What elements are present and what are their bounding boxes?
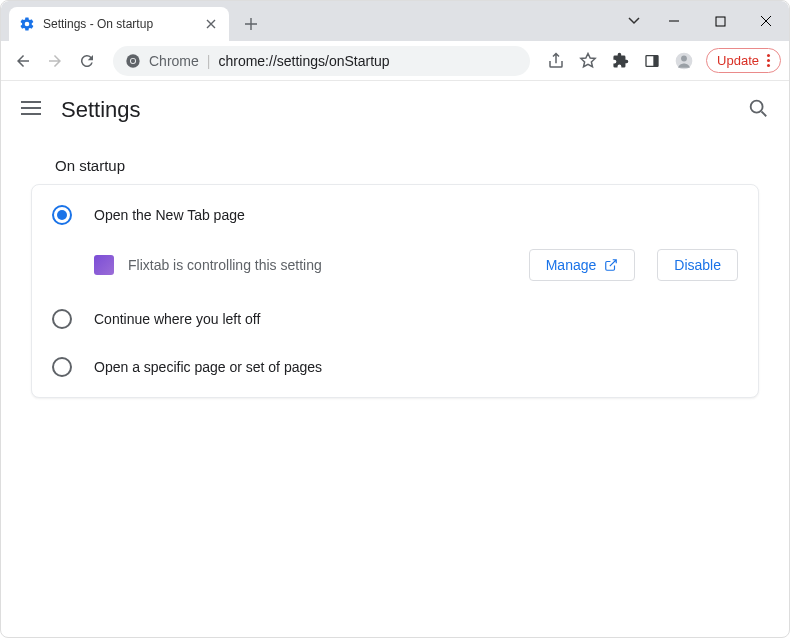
svg-rect-5: [653, 55, 658, 66]
minimize-button[interactable]: [651, 1, 697, 41]
close-window-button[interactable]: [743, 1, 789, 41]
share-icon[interactable]: [542, 47, 570, 75]
update-button[interactable]: Update: [706, 48, 781, 73]
radio-label: Continue where you left off: [94, 311, 260, 327]
svg-point-8: [751, 101, 763, 113]
radio-unselected-icon: [52, 357, 72, 377]
forward-button[interactable]: [41, 47, 69, 75]
gear-icon: [19, 16, 35, 32]
radio-unselected-icon: [52, 309, 72, 329]
reload-button[interactable]: [73, 47, 101, 75]
extension-icon: [94, 255, 114, 275]
extension-message: Flixtab is controlling this setting: [128, 257, 515, 273]
omnibox-prefix: Chrome: [149, 53, 199, 69]
startup-card: Open the New Tab page Flixtab is control…: [31, 184, 759, 398]
browser-tab[interactable]: Settings - On startup: [9, 7, 229, 41]
window-titlebar: Settings - On startup: [1, 1, 789, 41]
chevron-down-icon[interactable]: [617, 1, 651, 41]
chrome-icon: [125, 53, 141, 69]
extension-notice-row: Flixtab is controlling this setting Mana…: [32, 239, 758, 295]
disable-label: Disable: [674, 257, 721, 273]
external-link-icon: [604, 258, 618, 272]
omnibox-separator: |: [207, 53, 211, 69]
maximize-button[interactable]: [697, 1, 743, 41]
new-tab-button[interactable]: [237, 10, 265, 38]
hamburger-icon[interactable]: [21, 99, 41, 121]
tab-title: Settings - On startup: [43, 17, 195, 31]
bookmark-star-icon[interactable]: [574, 47, 602, 75]
update-label: Update: [717, 53, 759, 68]
omnibox-url: chrome://settings/onStartup: [218, 53, 518, 69]
close-icon[interactable]: [203, 16, 219, 32]
side-panel-icon[interactable]: [638, 47, 666, 75]
radio-selected-icon: [52, 205, 72, 225]
svg-point-7: [681, 55, 687, 61]
address-bar[interactable]: Chrome | chrome://settings/onStartup: [113, 46, 530, 76]
disable-button[interactable]: Disable: [657, 249, 738, 281]
radio-label: Open the New Tab page: [94, 207, 245, 223]
menu-dots-icon: [767, 54, 770, 67]
manage-label: Manage: [546, 257, 597, 273]
page-title: Settings: [61, 97, 727, 123]
settings-header: Settings: [1, 81, 789, 139]
manage-button[interactable]: Manage: [529, 249, 636, 281]
svg-point-3: [131, 58, 135, 62]
search-icon[interactable]: [747, 97, 769, 123]
radio-option-specific[interactable]: Open a specific page or set of pages: [32, 343, 758, 391]
section-title: On startup: [31, 139, 759, 184]
settings-content: On startup Open the New Tab page Flixtab…: [1, 139, 789, 398]
browser-toolbar: Chrome | chrome://settings/onStartup Upd…: [1, 41, 789, 81]
radio-option-new-tab[interactable]: Open the New Tab page: [32, 191, 758, 239]
radio-label: Open a specific page or set of pages: [94, 359, 322, 375]
radio-option-continue[interactable]: Continue where you left off: [32, 295, 758, 343]
back-button[interactable]: [9, 47, 37, 75]
svg-rect-0: [716, 17, 725, 26]
profile-avatar[interactable]: [670, 47, 698, 75]
extensions-icon[interactable]: [606, 47, 634, 75]
window-controls: [617, 1, 789, 41]
